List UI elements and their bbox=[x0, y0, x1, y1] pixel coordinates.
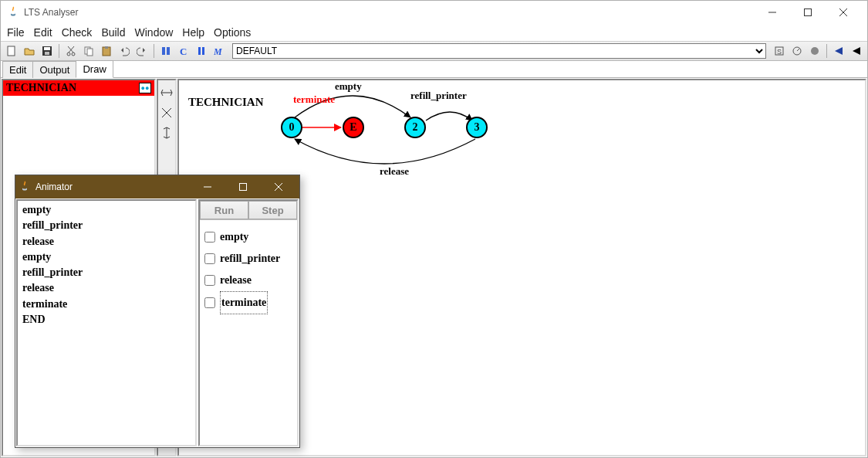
svg-point-8 bbox=[67, 53, 70, 56]
java-icon bbox=[19, 181, 31, 193]
animator-actions: Run Step empty refill_printer release bbox=[198, 199, 299, 446]
svg-rect-30 bbox=[240, 184, 247, 191]
trace-item: refill_printer bbox=[22, 265, 191, 280]
parse-icon[interactable] bbox=[158, 43, 174, 59]
tabs: Edit Output Draw bbox=[1, 61, 867, 78]
svg-rect-6 bbox=[44, 47, 50, 50]
action-terminate[interactable]: terminate bbox=[204, 291, 292, 314]
svg-text:C: C bbox=[180, 46, 187, 56]
svg-rect-20 bbox=[202, 47, 204, 55]
animator-titlebar[interactable]: Animator bbox=[15, 175, 299, 198]
sidebar-item-label: TECHNICIAN bbox=[6, 82, 76, 94]
menu-file[interactable]: File bbox=[4, 25, 28, 40]
trace-item: empty bbox=[22, 249, 191, 265]
svg-rect-16 bbox=[162, 47, 165, 55]
run-anim-icon[interactable] bbox=[831, 43, 846, 59]
progress-icon[interactable] bbox=[789, 43, 805, 59]
action-empty[interactable]: empty bbox=[204, 226, 292, 248]
tab-draw[interactable]: Draw bbox=[76, 60, 113, 78]
svg-line-10 bbox=[69, 46, 74, 53]
redo-icon[interactable] bbox=[134, 43, 150, 59]
tab-edit[interactable]: Edit bbox=[2, 61, 33, 78]
window-title: LTS Analyser bbox=[24, 7, 78, 18]
action-refill_printer[interactable]: refill_printer bbox=[204, 248, 292, 270]
animator-close-button[interactable] bbox=[261, 175, 296, 198]
compile-icon[interactable]: C bbox=[176, 43, 191, 59]
open-icon[interactable] bbox=[22, 43, 37, 59]
cut-icon[interactable] bbox=[63, 43, 79, 59]
menu-edit[interactable]: Edit bbox=[31, 25, 56, 40]
trace-item: END bbox=[22, 312, 191, 327]
trace-item: terminate bbox=[22, 297, 191, 312]
arrange-vertical-icon[interactable] bbox=[159, 125, 174, 141]
menu-window[interactable]: Window bbox=[132, 25, 177, 40]
arrange-horizontal-icon[interactable] bbox=[159, 85, 174, 100]
titlebar: LTS Analyser bbox=[1, 1, 867, 24]
trace-item: release bbox=[22, 234, 191, 249]
menu-options[interactable]: Options bbox=[211, 25, 254, 40]
stop-icon[interactable] bbox=[807, 43, 822, 59]
svg-point-9 bbox=[72, 53, 75, 56]
edge-label-refill_printer: refill_printer bbox=[410, 90, 467, 102]
svg-rect-1 bbox=[805, 9, 812, 16]
run-button[interactable]: Run bbox=[200, 201, 248, 219]
svg-rect-15 bbox=[105, 46, 108, 49]
target-select[interactable]: DEFAULT bbox=[232, 43, 766, 59]
sidebar-item-technician[interactable]: TECHNICIAN ●● bbox=[3, 80, 154, 96]
new-icon[interactable] bbox=[4, 43, 19, 59]
arrange-cross-icon[interactable] bbox=[159, 105, 174, 120]
svg-rect-17 bbox=[167, 47, 170, 55]
edge-label-terminate: terminate bbox=[293, 93, 335, 106]
save-icon[interactable] bbox=[39, 43, 55, 59]
minimize-icon[interactable]: M bbox=[211, 43, 227, 59]
svg-rect-19 bbox=[198, 47, 201, 55]
menubar: File Edit Check Build Window Help Option… bbox=[1, 24, 867, 41]
svg-line-11 bbox=[68, 46, 73, 53]
minimize-button[interactable] bbox=[755, 1, 790, 24]
animator-window[interactable]: Animator empty refill_printer release em… bbox=[15, 175, 300, 448]
trace-item: refill_printer bbox=[22, 218, 191, 233]
toolbar: C M DEFAULT S bbox=[1, 41, 867, 61]
animator-maximize-button[interactable] bbox=[225, 175, 261, 198]
svg-rect-4 bbox=[8, 46, 15, 56]
menu-check[interactable]: Check bbox=[59, 25, 96, 40]
step-button[interactable]: Step bbox=[248, 201, 297, 219]
action-empty-checkbox[interactable] bbox=[204, 232, 215, 243]
copy-icon[interactable] bbox=[81, 43, 96, 59]
trace-item: empty bbox=[22, 202, 191, 218]
state-E[interactable]: E bbox=[343, 117, 364, 138]
compose-icon[interactable] bbox=[194, 43, 209, 59]
svg-rect-7 bbox=[45, 52, 49, 55]
svg-text:M: M bbox=[214, 46, 222, 56]
svg-rect-13 bbox=[87, 49, 93, 56]
safety-icon[interactable]: S bbox=[772, 43, 787, 59]
java-icon bbox=[7, 6, 19, 19]
tab-output[interactable]: Output bbox=[32, 61, 76, 78]
maximize-button[interactable] bbox=[790, 1, 826, 24]
action-refill_printer-checkbox[interactable] bbox=[204, 253, 215, 264]
animator-trace[interactable]: empty refill_printer release empty refil… bbox=[16, 199, 197, 446]
action-terminate-checkbox[interactable] bbox=[204, 297, 215, 308]
edge-label-empty: empty bbox=[335, 80, 362, 93]
menu-help[interactable]: Help bbox=[179, 25, 208, 40]
trace-item: release bbox=[22, 280, 191, 296]
run-anim2-icon[interactable] bbox=[849, 43, 864, 59]
lts-thumb-icon: ●● bbox=[139, 83, 151, 93]
state-0[interactable]: 0 bbox=[281, 117, 302, 138]
menu-build[interactable]: Build bbox=[98, 25, 128, 40]
animator-title: Animator bbox=[35, 182, 73, 192]
close-button[interactable] bbox=[826, 1, 861, 24]
state-3[interactable]: 3 bbox=[466, 117, 488, 138]
paste-icon[interactable] bbox=[99, 43, 114, 59]
svg-point-25 bbox=[811, 47, 819, 55]
action-release[interactable]: release bbox=[204, 270, 292, 291]
animator-minimize-button[interactable] bbox=[190, 175, 225, 198]
state-2[interactable]: 2 bbox=[404, 117, 426, 138]
undo-icon[interactable] bbox=[117, 43, 132, 59]
action-release-checkbox[interactable] bbox=[204, 275, 215, 286]
edge-label-release: release bbox=[380, 165, 409, 178]
svg-text:S: S bbox=[777, 48, 782, 56]
